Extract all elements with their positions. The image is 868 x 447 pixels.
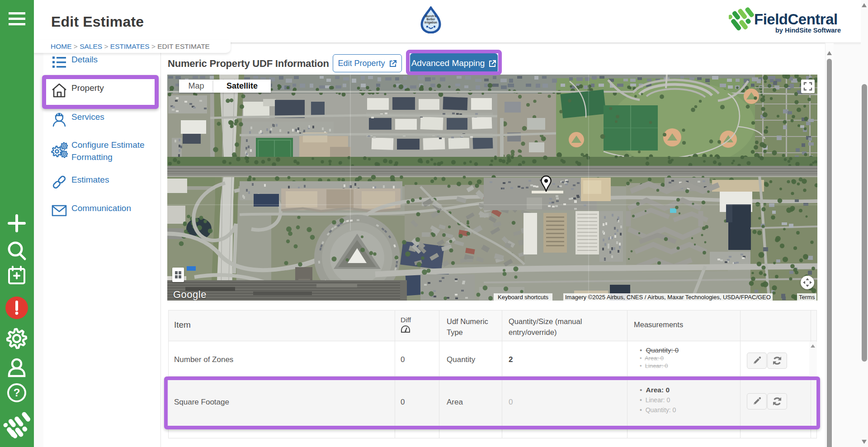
svg-text:?: ? [14, 386, 20, 399]
svg-text:FieldCentral: FieldCentral [754, 11, 838, 28]
svg-text:Burch's: Burch's [425, 14, 436, 18]
svg-text:by HindSite Software: by HindSite Software [775, 27, 841, 34]
svg-text:Irrigation: Irrigation [425, 21, 437, 24]
svg-text:Better: Better [427, 18, 435, 21]
